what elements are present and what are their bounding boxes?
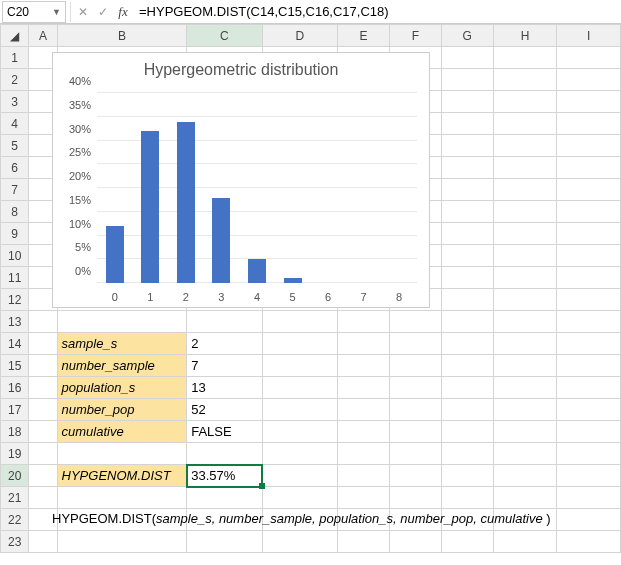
cell[interactable] — [441, 201, 493, 223]
col-header-I[interactable]: I — [557, 25, 621, 47]
cell[interactable] — [338, 465, 390, 487]
cell[interactable] — [29, 487, 57, 509]
cell[interactable] — [557, 201, 621, 223]
cell[interactable] — [441, 377, 493, 399]
cell[interactable] — [493, 465, 557, 487]
cell[interactable]: 13 — [187, 377, 262, 399]
cell[interactable] — [187, 487, 262, 509]
cell[interactable] — [187, 509, 262, 531]
cell[interactable] — [57, 509, 187, 531]
cell[interactable] — [557, 377, 621, 399]
cell[interactable] — [441, 91, 493, 113]
fx-button[interactable]: fx — [113, 2, 133, 22]
col-header-F[interactable]: F — [389, 25, 441, 47]
cell[interactable] — [262, 333, 337, 355]
cell[interactable] — [493, 531, 557, 553]
cell[interactable] — [557, 245, 621, 267]
cell[interactable] — [389, 509, 441, 531]
row-header-19[interactable]: 19 — [1, 443, 29, 465]
cell[interactable] — [262, 311, 337, 333]
cell[interactable] — [338, 531, 390, 553]
cell[interactable] — [262, 487, 337, 509]
cell[interactable] — [389, 443, 441, 465]
cell[interactable] — [441, 465, 493, 487]
cell[interactable] — [493, 443, 557, 465]
row-header-8[interactable]: 8 — [1, 201, 29, 223]
cell[interactable] — [57, 487, 187, 509]
col-header-A[interactable]: A — [29, 25, 57, 47]
cell[interactable] — [493, 69, 557, 91]
cell[interactable] — [557, 267, 621, 289]
cell[interactable] — [493, 487, 557, 509]
cell[interactable] — [441, 113, 493, 135]
cell[interactable] — [441, 399, 493, 421]
row-header-1[interactable]: 1 — [1, 47, 29, 69]
cell[interactable] — [29, 311, 57, 333]
cell[interactable] — [557, 157, 621, 179]
cell[interactable] — [262, 399, 337, 421]
cell[interactable] — [493, 289, 557, 311]
cell[interactable] — [493, 157, 557, 179]
cell[interactable] — [493, 223, 557, 245]
cell[interactable] — [389, 311, 441, 333]
cell[interactable] — [441, 267, 493, 289]
cell[interactable] — [262, 443, 337, 465]
cell[interactable] — [557, 487, 621, 509]
cell[interactable] — [493, 377, 557, 399]
cell[interactable] — [441, 509, 493, 531]
row-header-4[interactable]: 4 — [1, 113, 29, 135]
row-header-21[interactable]: 21 — [1, 487, 29, 509]
cell[interactable] — [57, 531, 187, 553]
cell[interactable] — [262, 531, 337, 553]
cell[interactable] — [187, 443, 262, 465]
cell[interactable]: HYPGENOM.DIST — [57, 465, 187, 487]
cell[interactable] — [493, 355, 557, 377]
cell[interactable] — [493, 267, 557, 289]
cell[interactable] — [441, 69, 493, 91]
row-header-18[interactable]: 18 — [1, 421, 29, 443]
cell[interactable] — [262, 509, 337, 531]
select-all-corner[interactable]: ◢ — [1, 25, 29, 47]
cell[interactable] — [29, 443, 57, 465]
cell[interactable] — [557, 223, 621, 245]
cell[interactable] — [338, 377, 390, 399]
cell[interactable] — [493, 509, 557, 531]
cell[interactable]: cumulative — [57, 421, 187, 443]
cell[interactable] — [493, 91, 557, 113]
row-header-6[interactable]: 6 — [1, 157, 29, 179]
row-header-2[interactable]: 2 — [1, 69, 29, 91]
row-header-22[interactable]: 22 — [1, 509, 29, 531]
cell[interactable] — [338, 333, 390, 355]
cell[interactable] — [441, 311, 493, 333]
cell[interactable] — [262, 377, 337, 399]
col-header-C[interactable]: C — [187, 25, 262, 47]
cell[interactable] — [493, 399, 557, 421]
cell[interactable] — [493, 311, 557, 333]
cell[interactable] — [389, 377, 441, 399]
name-box-dropdown-icon[interactable]: ▼ — [52, 7, 61, 17]
cell[interactable] — [441, 487, 493, 509]
cell[interactable] — [557, 465, 621, 487]
cell[interactable] — [557, 421, 621, 443]
cell[interactable] — [441, 289, 493, 311]
cell[interactable] — [557, 355, 621, 377]
cell[interactable] — [557, 47, 621, 69]
col-header-D[interactable]: D — [262, 25, 337, 47]
cell[interactable] — [389, 487, 441, 509]
cell[interactable]: FALSE — [187, 421, 262, 443]
cell[interactable] — [441, 47, 493, 69]
cell[interactable] — [338, 487, 390, 509]
cell[interactable] — [262, 355, 337, 377]
spreadsheet-grid[interactable]: ◢ A B C D E F G H I 1234567891011121314s… — [0, 24, 621, 553]
cell[interactable] — [338, 399, 390, 421]
cell[interactable] — [557, 531, 621, 553]
cell[interactable] — [441, 443, 493, 465]
col-header-G[interactable]: G — [441, 25, 493, 47]
cell[interactable] — [389, 355, 441, 377]
row-header-3[interactable]: 3 — [1, 91, 29, 113]
cell[interactable]: number_sample — [57, 355, 187, 377]
cell[interactable] — [557, 311, 621, 333]
cell[interactable] — [557, 91, 621, 113]
cell[interactable] — [557, 135, 621, 157]
cell[interactable] — [441, 333, 493, 355]
